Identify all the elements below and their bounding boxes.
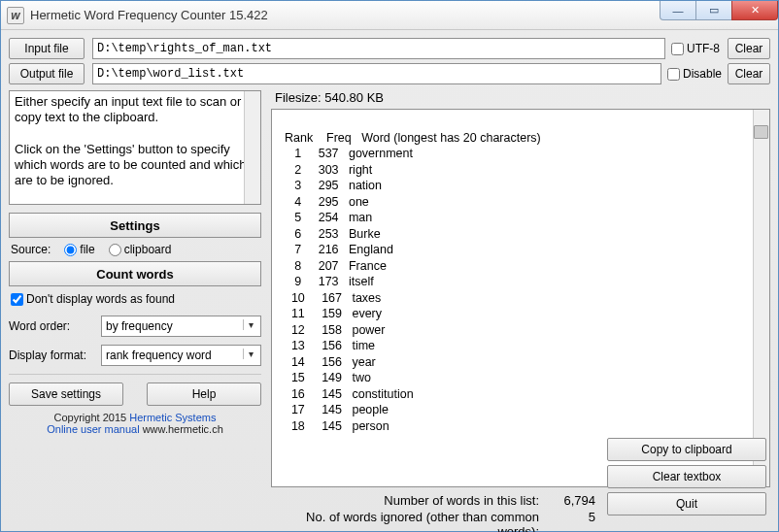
info-textbox[interactable]: Either specify an input text file to sca… — [9, 90, 261, 205]
output-file-path[interactable] — [92, 63, 661, 84]
word-order-label: Word order: — [9, 319, 101, 333]
manual-link[interactable]: Online user manual — [47, 423, 139, 435]
display-format-label: Display format: — [9, 349, 101, 362]
app-icon: w — [7, 7, 24, 24]
input-file-path[interactable] — [92, 38, 665, 59]
settings-button[interactable]: Settings — [9, 213, 261, 238]
source-clipboard-radio[interactable]: clipboard — [109, 243, 172, 256]
word-order-select[interactable]: by frequency — [101, 316, 261, 337]
window-title: Hermetic Word Frequency Counter 15.422 — [30, 8, 268, 22]
source-file-radio[interactable]: file — [64, 243, 94, 256]
maximize-button[interactable]: ▭ — [695, 1, 732, 20]
results-textbox[interactable]: Rank Freq Word (longest has 20 character… — [271, 109, 770, 487]
hermetic-link[interactable]: Hermetic Systems — [129, 412, 216, 423]
clear-input-button[interactable]: Clear — [728, 38, 770, 59]
minimize-button[interactable]: — — [660, 1, 696, 20]
copy-clipboard-button[interactable]: Copy to clipboard — [607, 438, 766, 461]
close-button[interactable]: ✕ — [731, 1, 778, 20]
clear-textbox-button[interactable]: Clear textbox — [607, 465, 766, 488]
clear-output-button[interactable]: Clear — [728, 63, 770, 84]
save-settings-button[interactable]: Save settings — [9, 382, 123, 406]
help-button[interactable]: Help — [147, 382, 261, 406]
source-label: Source: — [11, 243, 51, 256]
copyright-line: Copyright 2015 Hermetic Systems Online u… — [9, 412, 261, 435]
main-window: w Hermetic Word Frequency Counter 15.422… — [0, 0, 779, 532]
output-file-button[interactable]: Output file — [9, 63, 85, 84]
dont-display-checkbox[interactable]: Don't display words as found — [11, 292, 261, 306]
count-words-button[interactable]: Count words — [9, 261, 261, 286]
filesize-label: Filesize: 540.80 KB — [271, 90, 770, 105]
display-format-select[interactable]: rank frequency word — [101, 345, 261, 366]
utf8-checkbox[interactable]: UTF-8 — [671, 42, 720, 55]
disable-checkbox[interactable]: Disable — [667, 67, 722, 81]
title-bar[interactable]: w Hermetic Word Frequency Counter 15.422… — [1, 1, 778, 30]
quit-button[interactable]: Quit — [607, 492, 766, 515]
input-file-button[interactable]: Input file — [9, 38, 85, 59]
